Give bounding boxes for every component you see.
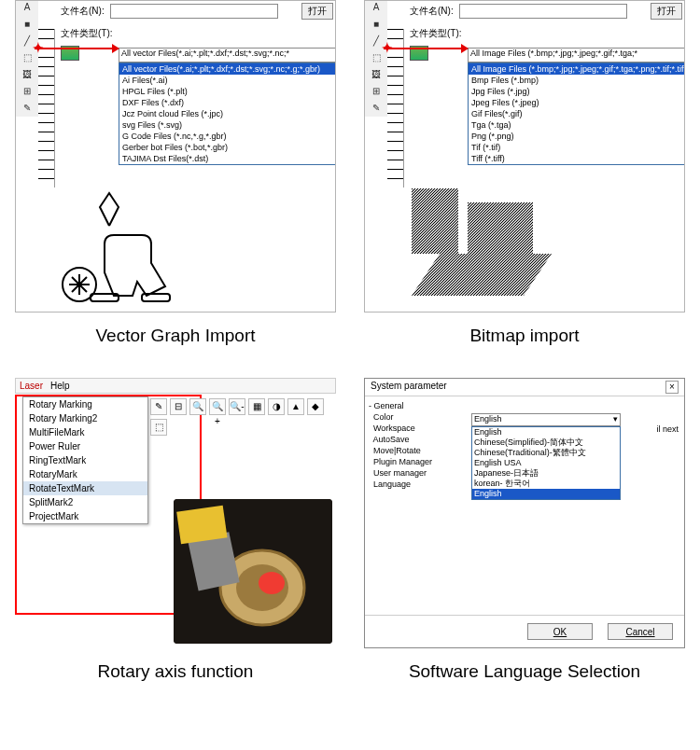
menu-item[interactable]: MultiFileMark [23,425,147,439]
dropdown-option[interactable]: Png (*.png) [469,131,685,142]
toolbar-icon[interactable]: ▦ [248,398,265,415]
menu-item[interactable]: RingTextMark [23,453,147,467]
menubar[interactable]: Laser Help [15,378,336,394]
dropdown-option[interactable]: Tif (*.tif) [469,142,685,153]
caption-lang: Software Language Selection [364,661,685,682]
menu-item[interactable]: Rotary Marking [23,397,147,411]
arrow-line [35,48,119,49]
dialog-title: System parameter [371,381,447,394]
left-toolbar: A ■ ╱ ⬚ 🖼 ⊞ ✎ [16,0,38,117]
filetype-dropdown[interactable]: All vector Files(*.ai;*.plt;*.dxf;*.dst;… [119,48,336,62]
dropdown-option[interactable]: All Image Files (*.bmp;*.jpg;*.jpeg;*.gi… [469,63,685,75]
menu-item[interactable]: Power Ruler [23,439,147,453]
arrow-icon: ✦ [33,40,44,55]
language-dropdown-list[interactable]: EnglishChinese(Simplified)-简体中文Chinese(T… [471,426,621,500]
dropdown-option[interactable]: svg Files (*.svg) [119,119,336,131]
tool-icon[interactable]: ■ [365,16,387,33]
dropdown-option[interactable]: Tiff (*.tiff) [469,153,685,164]
menu-item[interactable]: RotateTextMark [23,481,147,495]
menu-item[interactable]: RotaryMark [23,467,147,481]
vector-import-panel: A ■ ╱ ⬚ 🖼 ⊞ ✎ 文件名(N): 打开 文件类型(T): [15,0,336,312]
toolbar-icon[interactable]: ⊟ [170,398,187,415]
svg-rect-7 [412,188,458,254]
filetype-dropdown-list[interactable]: All vector Files(*.ai;*.plt;*.dxf;*.dst;… [119,62,336,165]
language-option[interactable]: English [472,489,620,499]
toolbar-icon[interactable]: ✎ [150,398,167,415]
open-button[interactable]: 打开 [651,3,682,20]
zoom-out-icon[interactable]: 🔍- [229,398,245,415]
menu-laser[interactable]: Laser [20,381,43,391]
filename-input[interactable] [459,4,627,19]
tool-icon[interactable]: ■ [16,16,38,33]
dropdown-option[interactable]: DXF Files (*.dxf) [119,97,336,108]
cancel-button[interactable]: Cancel [608,623,673,640]
tree-item[interactable]: AutoSave [369,434,464,445]
zoom-in-icon[interactable]: 🔍+ [209,398,226,415]
tool-icon[interactable]: A [365,0,387,16]
menu-help[interactable]: Help [50,381,70,391]
laser-menu-list[interactable]: Rotary MarkingRotary Marking2MultiFileMa… [22,396,148,524]
tool-icon[interactable]: 🖼 [365,66,387,83]
settings-tree[interactable]: - General Color Workspace AutoSave Move|… [365,396,468,622]
filetype-label: 文件类型(T): [61,27,113,40]
ok-button[interactable]: OK [527,623,593,640]
tool-icon[interactable]: 🖼 [16,66,38,83]
vector-preview [53,184,221,305]
dropdown-option[interactable]: Jcz Point cloud Files (*.jpc) [119,108,336,119]
toolbar-icon[interactable]: ◑ [268,398,285,415]
dropdown-option[interactable]: Tga (*.tga) [469,119,685,131]
arrow-icon: ✦ [382,40,393,55]
dropdown-option[interactable]: Jpg Files (*.jpg) [469,86,685,97]
filename-label: 文件名(N): [61,5,105,18]
bitmap-preview [402,184,570,305]
tree-item[interactable]: Color [369,411,464,423]
dropdown-option[interactable]: G Code Files (*.nc,*.g,*.gbr) [119,131,336,142]
tree-item[interactable]: Workspace [369,423,464,434]
dropdown-option[interactable]: HPGL Files (*.plt) [119,86,336,97]
search-icon[interactable]: 🔍 [189,398,206,415]
filetype-dropdown-list[interactable]: All Image Files (*.bmp;*.jpg;*.jpeg;*.gi… [468,62,685,165]
menu-item[interactable]: Rotary Marking2 [23,411,147,425]
separator [365,615,684,616]
tree-item[interactable]: Move|Rotate [369,445,464,456]
tree-item[interactable]: - General [369,400,464,411]
open-button[interactable]: 打开 [301,3,333,20]
menu-item[interactable]: ProjectMark [23,509,147,523]
svg-marker-9 [412,254,552,296]
language-dropdown[interactable]: English [471,413,621,426]
dropdown-option[interactable]: Ai Files(*.ai) [119,75,336,86]
tree-item[interactable]: Language [369,479,464,490]
dropdown-option[interactable]: All vector Files(*.ai;*.plt;*.dxf;*.dst;… [119,63,336,75]
dropdown-option[interactable]: Gif Files(*.gif) [469,108,685,119]
tree-item[interactable]: User manager [369,467,464,479]
system-parameter-dialog: System parameter × - General Color Works… [364,378,685,648]
toolbar-icon[interactable]: ◆ [307,398,324,415]
dropdown-option[interactable]: Gerber bot Files (*.bot,*.gbr) [119,142,336,153]
dropdown-option[interactable]: Jpeg Files (*.jpeg) [469,97,685,108]
dropdown-option[interactable]: TAJIMA Dst Files(*.dst) [119,153,336,164]
tool-icon[interactable]: A [16,0,38,16]
toolbar-icon[interactable]: ⬚ [150,419,167,436]
svg-rect-8 [468,202,533,254]
tool-icon[interactable]: ✎ [365,100,387,117]
language-option[interactable]: Chinese(Traditional)-繁體中文 [472,448,620,458]
language-option[interactable]: Japanese-日本語 [472,468,620,479]
caption-rotary: Rotary axis function [15,661,336,682]
left-toolbar: A ■ ╱ ⬚ 🖼 ⊞ ✎ [365,0,387,117]
language-option[interactable]: korean- 한국어 [472,479,620,489]
language-option[interactable]: English USA [472,458,620,468]
filename-input[interactable] [110,4,278,19]
toolbar-icon[interactable]: ▲ [287,398,304,415]
tool-icon[interactable]: ✎ [16,100,38,117]
tree-item[interactable]: Plugin Manager [369,456,464,467]
dropdown-option[interactable]: Bmp Files (*.bmp) [469,75,685,86]
tool-icon[interactable]: ⊞ [16,83,38,100]
filetype-dropdown[interactable]: All Image Files (*.bmp;*.jpg;*.jpeg;*.gi… [468,48,685,62]
tool-icon[interactable]: ⊞ [365,83,387,100]
language-option[interactable]: Chinese(Simplified)-简体中文 [472,438,620,448]
menu-item[interactable]: SplitMark2 [23,495,147,509]
caption-vector: Vector Graph Import [15,326,336,346]
svg-point-13 [259,572,285,594]
close-icon[interactable]: × [665,381,679,394]
language-option[interactable]: English [472,427,620,438]
